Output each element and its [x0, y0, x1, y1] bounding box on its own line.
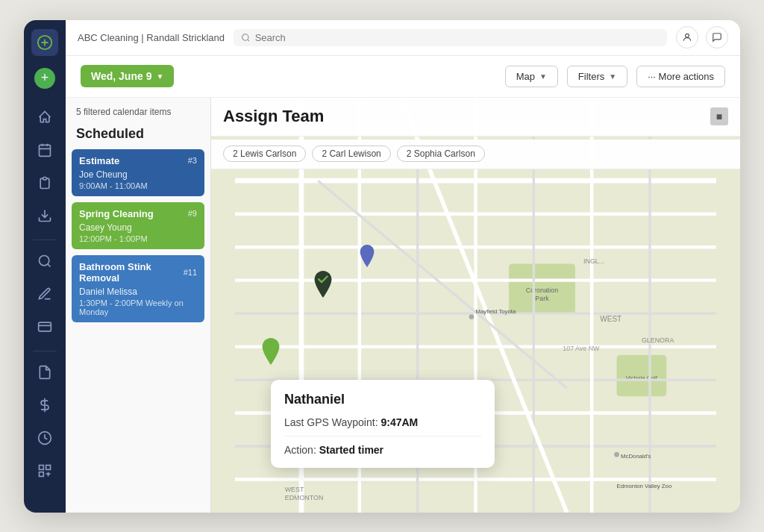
chevron-down-icon: ▼	[539, 72, 547, 81]
close-button[interactable]: ■	[710, 107, 728, 125]
svg-text:Mayfield Toyota: Mayfield Toyota	[476, 308, 516, 315]
svg-rect-12	[40, 472, 44, 476]
svg-text:107 Ave NW: 107 Ave NW	[563, 345, 600, 352]
sidebar-item-billing[interactable]	[30, 312, 60, 342]
svg-rect-6	[39, 322, 51, 331]
app-logo[interactable]	[31, 29, 58, 56]
map-popup: Nathaniel Last GPS Waypoint: 9:47AM Acti…	[271, 380, 495, 468]
search-input[interactable]	[255, 32, 660, 43]
card-num-bathroom: #11	[184, 268, 197, 277]
card-header-spring: Spring Cleaning #9	[79, 208, 197, 219]
user-name: Randall Strickland	[146, 32, 225, 43]
team-tag-sophia[interactable]: 2 Sophia Carlson	[397, 145, 485, 162]
svg-text:WEST: WEST	[600, 315, 621, 323]
map-pin-checked[interactable]	[312, 269, 334, 302]
chat-icon	[712, 32, 722, 43]
calendar-card-estimate[interactable]: Estimate #3 Joe Cheung 9:00AM - 11:00AM	[72, 149, 204, 196]
gps-label: Last GPS Waypoint:	[284, 416, 378, 428]
svg-text:EDMONTON: EDMONTON	[285, 494, 324, 501]
svg-text:McDonald's: McDonald's	[621, 452, 651, 459]
calendar-card-spring[interactable]: Spring Cleaning #9 Casey Young 12:00PM -…	[72, 202, 204, 249]
sidebar-item-dollar[interactable]	[30, 390, 60, 420]
app-shell: +	[24, 20, 740, 513]
sidebar-item-clock[interactable]	[30, 423, 60, 453]
svg-point-47	[469, 314, 475, 319]
card-header-estimate: Estimate #3	[79, 155, 197, 166]
svg-text:WEST: WEST	[285, 486, 304, 493]
card-num-estimate: #3	[188, 156, 197, 165]
company-name: ABC Cleaning	[78, 32, 139, 43]
svg-text:Park: Park	[535, 295, 549, 302]
popup-name: Nathaniel	[284, 392, 481, 407]
popup-divider	[284, 436, 481, 436]
map-label: Map	[516, 71, 535, 82]
sidebar-divider-2	[33, 351, 57, 351]
svg-rect-10	[40, 465, 44, 469]
calendar-panel: 5 filtered calendar items Scheduled Esti…	[66, 98, 211, 513]
card-title-estimate: Estimate	[79, 155, 119, 166]
search-icon	[241, 33, 251, 43]
user-icon	[682, 32, 692, 43]
more-actions-button[interactable]: ··· More actions	[636, 66, 725, 87]
calendar-card-bathroom[interactable]: Bathroom Stink Removal #11 Daniel Meliss…	[72, 255, 204, 322]
search-bar[interactable]	[234, 29, 667, 46]
card-num-spring: #9	[188, 209, 197, 218]
company-user-title: ABC Cleaning | Randall Strickland	[78, 32, 225, 43]
chat-icon-button[interactable]	[706, 26, 728, 48]
sidebar: +	[24, 20, 66, 513]
svg-point-5	[40, 255, 49, 265]
sidebar-item-documents[interactable]	[30, 357, 60, 387]
sidebar-item-calendar[interactable]	[30, 135, 60, 165]
filters-button[interactable]: Filters ▼	[567, 66, 627, 87]
sidebar-item-export[interactable]	[30, 201, 60, 231]
gps-value: 9:47AM	[381, 416, 418, 428]
scheduled-header: Scheduled	[66, 123, 210, 149]
team-tags: 2 Lewis Carlson 2 Carl Lewison 2 Sophia …	[211, 140, 740, 169]
popup-gps: Last GPS Waypoint: 9:47AM	[284, 416, 481, 428]
topbar-actions	[676, 26, 728, 48]
topbar: ABC Cleaning | Randall Strickland	[66, 20, 740, 56]
map-button[interactable]: Map ▼	[505, 66, 558, 87]
card-title-bathroom: Bathroom Stink Removal	[79, 261, 184, 284]
card-client-bathroom: Daniel Melissa	[79, 287, 197, 297]
action-value: Started timer	[319, 444, 383, 456]
sidebar-item-jobs[interactable]	[30, 168, 60, 198]
svg-text:Edmonton Valley Zoo: Edmonton Valley Zoo	[617, 482, 672, 489]
chevron-down-icon: ▼	[609, 72, 616, 81]
user-icon-button[interactable]	[676, 26, 698, 48]
filtered-label: 5 filtered calendar items	[66, 98, 210, 123]
map-pin-blue[interactable]	[357, 243, 378, 272]
map-pin-nathaniel[interactable]	[260, 337, 282, 369]
svg-point-48	[614, 451, 619, 457]
svg-rect-1	[40, 145, 51, 156]
card-client-estimate: Joe Cheung	[79, 169, 197, 180]
card-time-spring: 12:00PM - 1:00PM	[79, 234, 197, 243]
sidebar-item-edit[interactable]	[30, 279, 60, 309]
sidebar-item-search[interactable]	[30, 246, 60, 276]
card-title-spring: Spring Cleaning	[79, 208, 154, 219]
content-area: 5 filtered calendar items Scheduled Esti…	[66, 98, 740, 513]
sidebar-divider-1	[33, 240, 57, 240]
svg-text:INGL...: INGL...	[583, 257, 604, 265]
main-content: ABC Cleaning | Randall Strickland	[66, 20, 740, 513]
card-time-estimate: 9:00AM - 11:00AM	[79, 181, 197, 190]
team-tag-carl[interactable]: 2 Carl Lewison	[312, 145, 390, 162]
map-area: Assign Team ■ 2 Lewis Carlson 2 Carl Lew…	[211, 98, 740, 513]
filters-label: Filters	[578, 71, 604, 82]
team-tag-lewis[interactable]: 2 Lewis Carlson	[223, 145, 306, 162]
svg-point-13	[242, 34, 248, 40]
add-button[interactable]: +	[34, 68, 55, 89]
assign-team-title: Assign Team	[223, 107, 701, 126]
assign-team-header: Assign Team ■	[211, 98, 740, 137]
date-button[interactable]: Wed, June 9 ▼	[81, 65, 174, 87]
card-header-bathroom: Bathroom Stink Removal #11	[79, 261, 197, 284]
more-actions-label: ··· More actions	[648, 71, 714, 82]
sidebar-item-grid[interactable]	[30, 456, 60, 486]
popup-action: Action: Started timer	[284, 444, 481, 456]
svg-rect-11	[46, 465, 51, 469]
sidebar-item-home[interactable]	[30, 102, 60, 132]
svg-point-14	[686, 34, 689, 37]
action-label: Action:	[284, 444, 316, 456]
date-label: Wed, June 9	[91, 70, 151, 82]
svg-text:Coronation: Coronation	[526, 287, 558, 294]
